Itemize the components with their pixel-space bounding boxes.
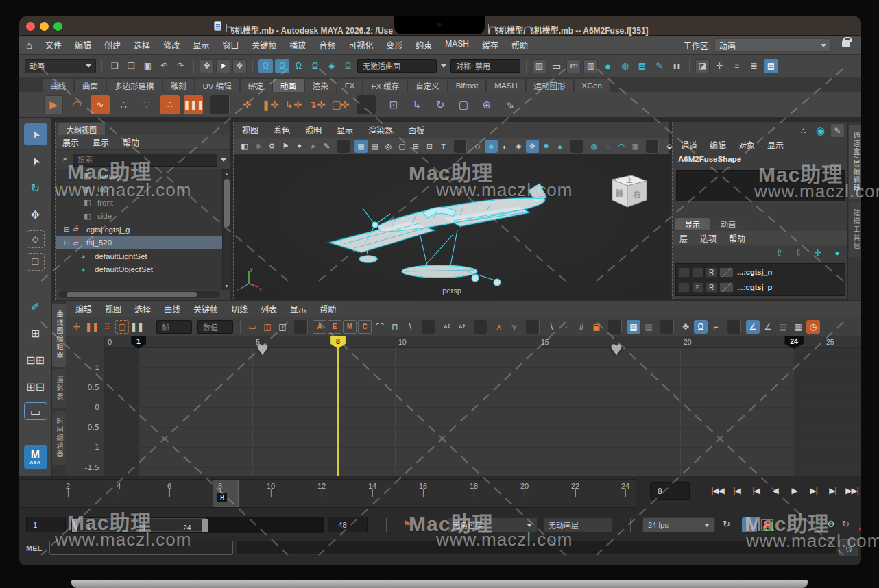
image-plane-icon[interactable]: ✦ [293,140,306,153]
tangent-auto-custom-icon[interactable]: C [358,320,372,334]
paint-effects-tool[interactable]: ✐ [24,295,47,317]
outliner-item[interactable]: ◧ front [56,196,223,210]
show-results-icon[interactable]: ◷ [806,320,820,334]
expand-icon[interactable]: ⊞ [64,239,73,247]
swap-buffer-curve-icon[interactable]: ▦ [642,320,655,334]
menu-item[interactable]: 关键帧 [252,39,276,51]
menu-item[interactable]: 帮助 [511,39,528,51]
outliner-item[interactable]: ◧ top [56,183,223,197]
shelf-tab[interactable]: 渲染 [305,79,336,92]
snap-keys-icon[interactable]: # [575,320,588,334]
channel-list-area[interactable] [676,170,845,201]
display-layers-icon[interactable]: ▤ [764,59,778,73]
absolute-view-icon[interactable]: ∠ [746,320,760,334]
range-grip[interactable] [139,524,145,532]
use-default-material-icon[interactable]: ◈ [512,140,525,153]
camera-attributes-icon[interactable]: ⚙ [265,140,278,153]
camera-sequencer-icon[interactable]: ❚❚❚ [184,95,203,114]
orient-constraint-icon[interactable]: ↻ [431,95,450,114]
menu-item[interactable]: 编辑 [710,139,726,151]
layer-mute-toggle[interactable] [678,282,690,293]
menu-item[interactable]: 创建 [104,39,121,51]
menu-item[interactable]: 窗口 [222,39,239,51]
current-time-line[interactable] [337,346,339,476]
auto-key-icon[interactable] [857,518,861,534]
key-settings-icon[interactable]: ↻ [842,519,850,529]
tangent-clamped-icon[interactable]: ⊓ [388,320,402,334]
free-tangent-weight-icon[interactable]: ∖ [544,320,558,334]
redo-icon[interactable]: ↷ [173,59,188,73]
menu-item[interactable]: 显示 [337,124,353,136]
menu-item[interactable]: 展示 [62,136,79,148]
range-slider[interactable]: 1 24 [71,517,324,533]
buffer-curve-snapshot-icon[interactable]: ▦ [627,320,640,334]
shelf-tab[interactable]: 自定义 [408,79,447,92]
scroll-up-icon[interactable]: ▲ [223,169,230,177]
menu-item[interactable]: 选择 [134,39,150,51]
menu-item[interactable]: 播放 [289,39,306,51]
lock-selected-keys-icon[interactable]: ▣ [590,320,603,334]
command-input[interactable] [49,541,233,555]
menu-item[interactable]: 层 [679,232,688,244]
shelf-tab[interactable]: XGen [575,79,610,92]
menu-item[interactable]: 变形 [386,39,402,51]
make-live-icon[interactable]: ◈ [324,59,339,73]
scale-constraint-icon[interactable]: ▢ [454,95,473,114]
outliner-search-input[interactable] [73,154,217,167]
layer-editor-tab[interactable]: 动画 [711,218,745,230]
motion-blur-icon[interactable]: ◌ [601,140,614,153]
grid-icon[interactable]: ▦ [354,140,368,153]
active-surface-field[interactable]: 无激活曲面 [357,59,437,73]
chevron-down-icon[interactable] [441,64,446,71]
tangent-auto-ease-icon[interactable]: E [328,320,341,334]
set-key-rotate-icon[interactable]: ↴✛ [307,95,326,114]
add-empty-layer-icon[interactable]: ✛ [812,247,824,258]
menu-item[interactable]: 照明 [305,124,322,136]
aim-constraint-icon[interactable]: ⊕ [477,95,496,114]
shelf-tab[interactable]: 动画 [273,79,304,92]
channel-list-icon[interactable]: ≡ [730,59,744,73]
render-view-icon[interactable]: ▥ [532,59,546,73]
menu-item[interactable]: 文件 [45,39,62,51]
fps-dropdown[interactable]: 24 fps [642,517,715,532]
menu-item[interactable]: 编辑 [75,303,92,315]
four-view-layout-button[interactable]: ⊞ [24,322,47,344]
outliner-vscrollbar[interactable]: ▲ ▼ [222,169,230,290]
anim-layer-row[interactable]: P R ...:cgtsj_p [678,280,843,294]
menu-item[interactable]: MASH [445,39,469,51]
shelf-tab[interactable]: MASH [487,79,525,92]
playback-loop-icon[interactable]: ↻ [723,519,730,529]
step-forward-key-button[interactable]: ▶| [805,482,822,500]
sidebar-tab[interactable]: 建模工具包 [849,202,861,257]
lattice-deform-keys-icon[interactable]: ⠿ [100,320,114,334]
range-start-handle[interactable] [72,519,77,532]
layer-solo-toggle[interactable]: P [692,282,703,293]
menu-item[interactable]: 切线 [231,303,248,315]
new-scene-icon[interactable]: ❏ [108,59,122,73]
retime-tool-icon[interactable]: ❚❚ [130,320,144,334]
single-view-layout-button[interactable]: ▭ [24,402,47,420]
menu-item[interactable]: 列表 [261,303,277,315]
render-settings-icon[interactable]: ▥ [583,59,598,73]
menu-item[interactable]: 编辑 [75,39,91,51]
graph-tool-icon[interactable] [727,320,741,334]
parent-constraint-icon[interactable]: ⊡ [384,95,403,114]
snap-to-point-icon[interactable]: Ω [291,59,306,73]
undo-icon[interactable]: ↶ [157,59,171,73]
script-editor-button[interactable]: {;} [839,539,858,556]
add-layer-from-selected-icon[interactable]: ● [831,247,843,258]
shadows-icon[interactable]: ● [553,140,566,153]
menu-item[interactable]: 着色 [274,124,290,136]
shelf-tab[interactable]: 曲面 [75,79,106,92]
outliner-item[interactable]: ◕ defaultLightSet [56,249,223,263]
outliner-hscrollbar[interactable] [58,291,220,298]
current-frame-field[interactable]: 8 [650,482,690,500]
break-tangents-icon[interactable]: ⋏ [492,320,506,334]
insert-key-tool-icon[interactable]: Ω [694,320,708,334]
save-scene-icon[interactable]: ▣ [141,59,155,73]
layer-editor-tab[interactable]: 显示 [675,218,710,230]
safe-title-icon[interactable]: T [437,140,450,153]
titlebar[interactable]: 飞机模型.mb - Autodesk MAYA 2026.2: /Use /飞机… [19,16,861,36]
outliner-item[interactable]: ⊞ ▱ ➚ tsj_520 [56,236,223,250]
bookmark-icon[interactable]: ⚑ [279,140,292,153]
